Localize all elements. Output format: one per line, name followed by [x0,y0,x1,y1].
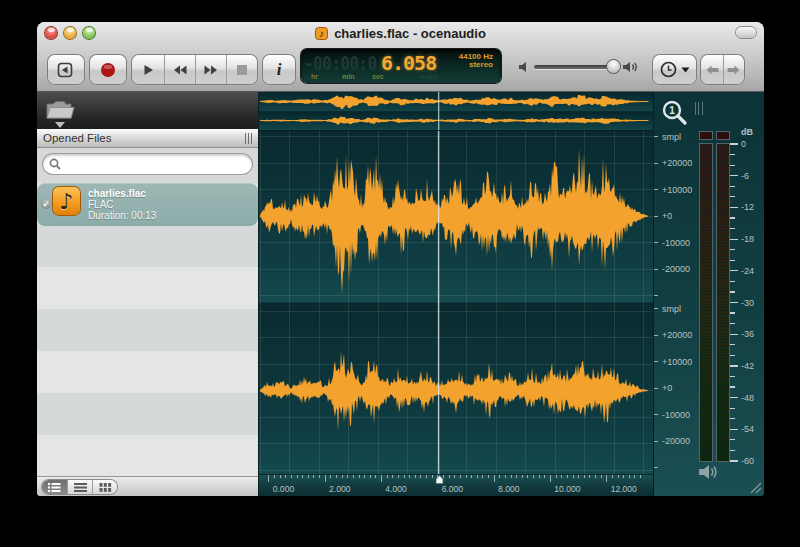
min-label: min [342,73,354,80]
volume-max-icon [622,60,639,74]
ruler-amplitude-label: +0 [662,383,672,393]
time-format-dropdown[interactable] [653,55,696,84]
app-window: ♪charlies.flac - ocenaudio i -00:00:0 6.… [37,22,764,496]
volume-slider-knob[interactable] [607,60,620,73]
panel-drag-grip[interactable] [245,133,253,144]
screen-background: ♪charlies.flac - ocenaudio i -00:00:0 6.… [0,0,800,547]
timeline-label: 10.000 [554,484,580,494]
ruler-unit-label: smpl [662,132,681,142]
db-ticks [730,144,738,461]
db-tick-label: -60 [741,456,754,466]
arrow-right-icon [727,65,740,75]
detail-list-icon [48,483,61,492]
timeline-label: 0.000 [273,484,295,494]
ruler-amplitude-label: +10000 [662,185,692,195]
db-tick-label: -48 [741,393,754,403]
stop-button[interactable] [226,55,257,84]
volume-slider-track[interactable] [534,65,618,69]
monitor-speaker-icon[interactable] [698,463,724,481]
ruler-amplitude-label: +20000 [662,330,692,340]
timeline-ticks [269,475,641,482]
list-row [37,435,258,476]
rewind-button[interactable] [164,55,195,84]
go-to-start-icon [57,62,75,78]
sample-rate-readout: 44100 Hz stereo [459,53,493,69]
window-chrome: ♪charlies.flac - ocenaudio i -00:00:0 6.… [37,22,764,92]
timeline-label: 4.000 [385,484,407,494]
list-row [37,267,258,309]
history-nav-group [701,55,744,84]
panel-title: Opened Files [43,132,111,144]
timeline-label: 2.000 [329,484,351,494]
level-meter-left [700,144,712,461]
file-list-item-selected[interactable]: ✓ ♪ charlies.flac FLAC Duration: 00:13 [37,183,258,226]
waveform-view: 0.0002.0004.0006.0008.00010.00012.000 [259,92,653,496]
clock-icon [660,61,677,78]
db-tick-label: -12 [741,202,754,212]
record-icon [100,62,116,78]
ruler-ticks [654,309,658,468]
db-tick-label: 0 [741,139,746,149]
view-mode-segmented-control [42,480,117,494]
back-button[interactable] [702,55,723,84]
file-format: FLAC [88,200,114,210]
stop-icon [236,64,248,76]
search-input[interactable] [43,154,252,174]
ruler-ticks [654,137,658,296]
time-display: -00:00:0 6.058 hr min sec msec 44100 Hz … [301,49,501,83]
forward-button[interactable] [723,55,744,84]
playhead-handle[interactable] [436,475,443,483]
check-icon: ✓ [41,199,51,209]
arrow-left-icon [706,65,719,75]
view-detail-list-button[interactable] [42,480,67,494]
play-button[interactable] [133,55,164,84]
sec-label: sec [372,73,384,80]
list-row [37,393,258,435]
db-scale: dB0-6-12-18-24-30-36-42-48-54-60 [726,92,764,496]
ruler-amplitude-label: -20000 [662,264,690,274]
transport-group [132,55,257,84]
rewind-icon [172,64,188,76]
ruler-amplitude-label: +10000 [662,357,692,367]
waveform-overview[interactable] [259,92,653,130]
record-button[interactable] [90,55,126,84]
grid-icon [99,483,112,492]
ruler-amplitude-label: -10000 [662,410,690,420]
go-to-start-button[interactable] [48,55,84,84]
view-grid-button[interactable] [92,480,117,494]
search-row [37,148,258,183]
timeline-label: 12.000 [611,484,637,494]
timeline-ruler[interactable]: 0.0002.0004.0006.0008.00010.00012.000 [259,474,653,496]
info-icon: i [277,60,282,80]
db-tick-label: -54 [741,424,754,434]
time-value: 6.058 [381,51,436,75]
time-ghost-digits: -00:00:0 [304,51,376,75]
search-icon [49,158,62,171]
db-tick-label: -30 [741,298,754,308]
ruler-amplitude-label: +0 [662,211,672,221]
list-row [37,351,258,393]
fast-forward-button[interactable] [195,55,226,84]
ruler-amplitude-label: -20000 [662,436,690,446]
list-row [37,225,258,267]
db-tick-label: -36 [741,329,754,339]
view-compact-list-button[interactable] [67,480,92,494]
audio-file-icon: ♪ [53,187,80,215]
meter-panel: 1 smpl+20000+10000+0-10000-20000smpl+200… [653,92,764,496]
info-button[interactable]: i [263,55,295,84]
volume-min-icon [518,61,531,73]
sidebar-bottom-bar [37,476,258,496]
msec-label: msec [420,73,438,80]
window-title: ♪charlies.flac - ocenaudio [37,26,764,41]
ruler-unit-label: smpl [662,304,681,314]
toolbar-toggle-button[interactable] [736,27,756,38]
files-tab-folder-icon[interactable] [39,92,79,129]
resize-grip[interactable] [748,480,762,494]
timeline-label: 8.000 [498,484,520,494]
channel-mode: stereo [459,61,493,69]
clip-indicator-left[interactable] [700,132,712,139]
meter-segments [700,144,712,461]
chevron-down-icon [681,67,690,73]
sidebar-tab-strip [37,92,258,129]
waveform-main-plot[interactable] [259,131,653,474]
